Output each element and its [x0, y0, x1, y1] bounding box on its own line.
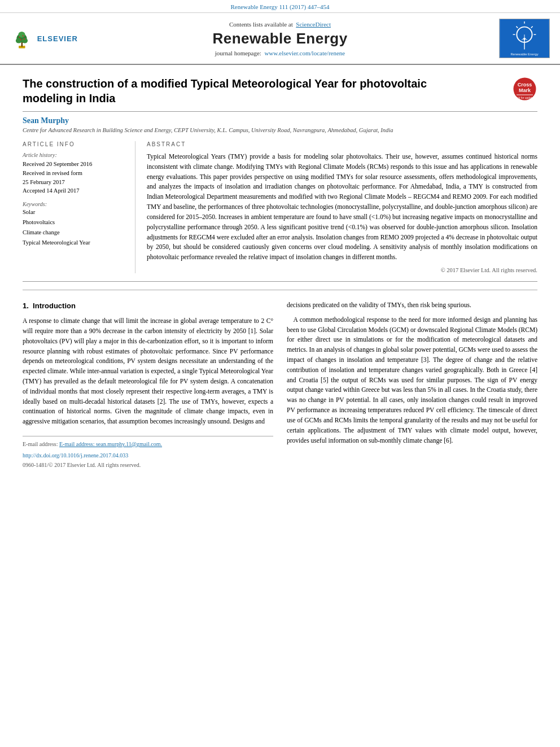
journal-title: Renewable Energy — [78, 30, 482, 47]
intro-left-para-1: A response to climate change that will l… — [23, 316, 273, 427]
svg-point-9 — [24, 38, 25, 39]
author-name: Sean Murphy — [23, 116, 537, 125]
svg-text:Renewable Energy: Renewable Energy — [510, 53, 538, 56]
keyword-1: Solar — [23, 207, 127, 217]
revised-date: 25 February 2017 — [23, 178, 127, 187]
article-history-group: Article history: Received 20 September 2… — [23, 152, 127, 195]
svg-point-6 — [19, 36, 20, 37]
svg-point-3 — [16, 38, 22, 43]
sciencedirect-prefix: Contents lists available at — [229, 21, 293, 28]
keywords-group: Keywords: Solar Photovoltaics Climate ch… — [23, 201, 127, 247]
sciencedirect-link[interactable]: ScienceDirect — [296, 21, 331, 28]
abstract-label: ABSTRACT — [147, 141, 537, 147]
email-link[interactable]: E-mail address: sean.murphy.11@gmail.com… — [59, 441, 162, 447]
revised-label: Received in revised form — [23, 169, 127, 178]
article-info-abstract-section: ARTICLE INFO Article history: Received 2… — [23, 141, 537, 282]
article-content: The construction of a modified Typical M… — [0, 65, 560, 481]
crossmark-badge[interactable]: Cross Mark click for updates — [512, 76, 537, 102]
journal-logo-area: Renewable Energy — [482, 19, 550, 58]
article-info-col: ARTICLE INFO Article history: Received 2… — [23, 141, 135, 273]
homepage-label: journal homepage: — [215, 50, 261, 56]
section-heading: 1. Introduction — [23, 300, 273, 312]
elsevier-wordmark: ELSEVIER — [37, 34, 78, 43]
keyword-2: Photovoltaics — [23, 217, 127, 228]
renewable-energy-journal-logo: Renewable Energy — [499, 19, 550, 58]
journal-logo-box: Renewable Energy — [499, 19, 550, 58]
journal-homepage: journal homepage: www.elsevier.com/locat… — [78, 50, 482, 56]
article-history-title: Article history: — [23, 152, 127, 158]
svg-text:Cross: Cross — [518, 82, 532, 88]
journal-header-center: Contents lists available at ScienceDirec… — [78, 21, 482, 56]
keywords-label: Keywords: — [23, 201, 127, 207]
abstract-col: ABSTRACT Typical Meteorological Years (T… — [147, 141, 537, 273]
doi-link[interactable]: http://dx.doi.org/10.1016/j.renene.2017.… — [23, 452, 128, 458]
svg-point-7 — [23, 35, 24, 36]
abstract-text: Typical Meteorological Years (TMY) provi… — [147, 152, 537, 263]
body-left-col: 1. Introduction A response to climate ch… — [23, 300, 273, 470]
keywords-list: Solar Photovoltaics Climate change Typic… — [23, 207, 127, 247]
author-affiliation: Centre for Advanced Research in Building… — [23, 127, 537, 133]
section-divider — [23, 290, 537, 290]
email-footnote: E-mail address: E-mail address: sean.mur… — [23, 440, 273, 449]
elsevier-logo-area: ELSEVIER — [10, 23, 78, 54]
section-num: 1. — [23, 302, 29, 310]
elsevier-tree-icon — [10, 23, 34, 54]
accepted-date: Accepted 14 April 2017 — [23, 186, 127, 195]
svg-point-8 — [20, 39, 21, 40]
body-right-col: decisions predicated on the validity of … — [287, 300, 537, 470]
author-section: Sean Murphy Centre for Advanced Research… — [23, 116, 537, 133]
article-title: The construction of a modified Typical M… — [23, 76, 474, 106]
received-date: Received 20 September 2016 — [23, 160, 127, 169]
svg-text:click for updates: click for updates — [514, 96, 535, 99]
keyword-4: Typical Meteorological Year — [23, 238, 127, 248]
article-info-label: ARTICLE INFO — [23, 141, 127, 147]
homepage-url[interactable]: www.elsevier.com/locate/renene — [264, 50, 345, 56]
copyright-line: © 2017 Elsevier Ltd. All rights reserved… — [147, 267, 537, 273]
body-two-col: 1. Introduction A response to climate ch… — [23, 300, 537, 470]
sciencedirect-line: Contents lists available at ScienceDirec… — [78, 21, 482, 28]
email-label: E-mail address: — [23, 441, 59, 447]
journal-header: ELSEVIER Contents lists available at Sci… — [0, 13, 560, 65]
issn-line: 0960-1481/© 2017 Elsevier Ltd. All right… — [23, 461, 273, 470]
section-title: Introduction — [33, 302, 76, 310]
intro-right-para-2: A common methodological response to the … — [287, 315, 537, 446]
article-title-section: The construction of a modified Typical M… — [23, 76, 537, 112]
footnote-area: E-mail address: E-mail address: sean.mur… — [23, 436, 273, 470]
keyword-3: Climate change — [23, 228, 127, 238]
journal-citation-line: Renewable Energy 111 (2017) 447–454 — [0, 0, 560, 13]
intro-right-para-1: decisions predicated on the validity of … — [287, 300, 537, 311]
svg-text:Mark: Mark — [519, 88, 531, 93]
